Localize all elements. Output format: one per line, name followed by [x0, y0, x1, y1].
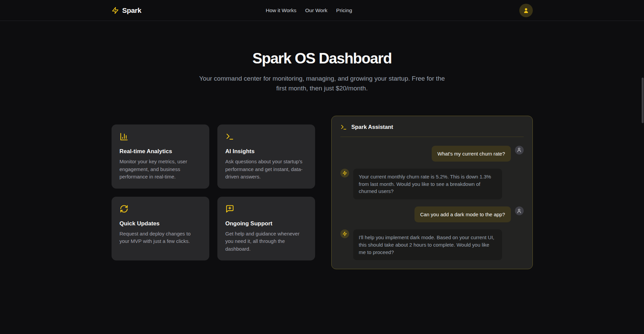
message-square-plus-icon — [225, 204, 307, 213]
user-message-bubble: Can you add a dark mode to the app? — [415, 206, 511, 222]
page-title: Spark OS Dashboard — [0, 50, 644, 67]
assistant-message-bubble: I'll help you implement dark mode. Based… — [353, 229, 502, 260]
feature-card-realtime-analytics: Real-time Analytics Monitor your key met… — [112, 124, 209, 189]
account-avatar-button[interactable] — [519, 4, 533, 17]
nav-link-our-work[interactable]: Our Work — [305, 7, 328, 13]
feature-description: Request and deploy changes to your MVP w… — [120, 230, 201, 245]
page-scrollbar-thumb[interactable] — [642, 78, 644, 123]
user-icon — [523, 7, 529, 14]
hero-section: Spark OS Dashboard Your command center f… — [0, 21, 644, 93]
page-subtitle: Your command center for monitoring, mana… — [194, 74, 450, 93]
feature-title: Real-time Analytics — [120, 148, 201, 155]
user-message-bubble: What's my current churn rate? — [432, 146, 511, 162]
assistant-message-bubble: Your current monthly churn rate is 5.2%.… — [353, 169, 502, 199]
assistant-header: Spark Assistant — [332, 116, 532, 137]
feature-grid: Real-time Analytics Monitor your key met… — [112, 124, 315, 260]
feature-description: Monitor your key metrics, user engagemen… — [120, 158, 201, 181]
nav-link-pricing[interactable]: Pricing — [336, 7, 352, 13]
feature-description: Ask questions about your startup's perfo… — [225, 158, 307, 181]
chat-message-user: What's my current churn rate? — [340, 146, 524, 162]
feature-title: Quick Updates — [120, 220, 201, 227]
spark-assistant-panel: Spark Assistant What's my current churn … — [331, 116, 533, 270]
zap-icon — [342, 231, 347, 236]
nav-links: How it Works Our Work Pricing — [266, 0, 352, 21]
page: Spark How it Works Our Work Pricing Spar… — [0, 0, 644, 334]
assistant-title: Spark Assistant — [351, 124, 393, 130]
assistant-avatar — [340, 169, 349, 177]
feature-card-ai-insights: AI Insights Ask questions about your sta… — [217, 124, 315, 189]
chat-message-user: Can you add a dark mode to the app? — [340, 206, 524, 222]
feature-title: AI Insights — [225, 148, 307, 155]
feature-card-ongoing-support: Ongoing Support Get help and guidance wh… — [217, 197, 315, 261]
brand-logo[interactable]: Spark — [112, 6, 142, 15]
chat-message-assistant: I'll help you implement dark mode. Based… — [340, 229, 524, 260]
assistant-avatar — [340, 229, 349, 238]
user-icon — [517, 208, 522, 214]
brand-name: Spark — [122, 6, 142, 15]
chat-message-list: What's my current churn rate? Your curre… — [332, 137, 532, 269]
terminal-icon — [225, 132, 307, 141]
main-content: Real-time Analytics Monitor your key met… — [112, 116, 533, 270]
feature-card-quick-updates: Quick Updates Request and deploy changes… — [112, 197, 209, 261]
zap-icon — [112, 7, 119, 14]
feature-title: Ongoing Support — [225, 220, 307, 227]
nav-inner: Spark How it Works Our Work Pricing — [112, 0, 533, 21]
feature-description: Get help and guidance whenever you need … — [225, 230, 307, 253]
terminal-icon — [340, 124, 347, 131]
user-avatar — [515, 146, 524, 155]
top-nav: Spark How it Works Our Work Pricing — [0, 0, 644, 21]
refresh-icon — [120, 204, 201, 213]
chat-message-assistant: Your current monthly churn rate is 5.2%.… — [340, 169, 524, 199]
user-icon — [517, 147, 522, 152]
user-avatar — [515, 206, 524, 215]
nav-link-how-it-works[interactable]: How it Works — [266, 7, 297, 13]
bar-chart-icon — [120, 132, 201, 141]
zap-icon — [342, 171, 347, 175]
